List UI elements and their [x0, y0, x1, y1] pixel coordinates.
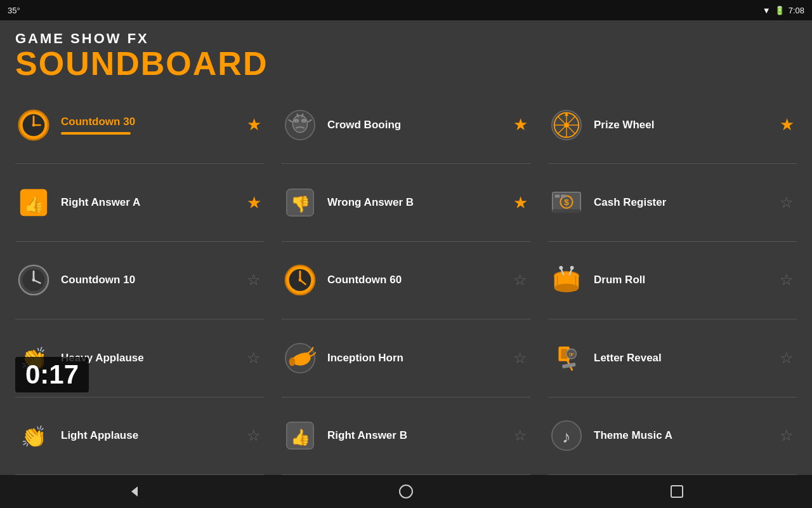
star-filled-icon: ★ — [247, 115, 261, 135]
sound-item-cash-register[interactable]: $ Cash Register ☆ — [539, 164, 806, 241]
star-button[interactable]: ☆ — [776, 192, 797, 213]
home-button[interactable] — [387, 479, 425, 504]
star-empty-icon: ☆ — [780, 349, 794, 367]
sound-info: Right Answer A — [61, 196, 235, 209]
star-empty-icon: ☆ — [780, 427, 794, 444]
star-button[interactable]: ★ — [776, 115, 797, 135]
svg-point-38 — [299, 279, 302, 282]
star-button[interactable]: ★ — [244, 115, 264, 135]
sound-item-heavy-applause[interactable]: 👏 Heavy Applause ☆ 0:17 — [6, 319, 273, 397]
time: 7:08 — [789, 6, 804, 15]
thumbs-up2-icon: 👍 — [282, 417, 318, 454]
sound-name: Countdown 10 — [61, 274, 235, 286]
sound-item-letter-reveal[interactable]: ☞ Letter Reveal ☆ — [539, 319, 806, 397]
sound-info: Light Applause — [61, 429, 235, 442]
battery-icon: 🔋 — [775, 6, 785, 15]
star-button[interactable]: ★ — [510, 115, 530, 135]
star-empty-icon: ☆ — [247, 271, 261, 289]
cash-icon: $ — [548, 184, 585, 221]
status-icons: ▼ 🔋 7:08 — [763, 6, 804, 15]
sound-name: Countdown 60 — [327, 274, 501, 286]
sound-name: Right Answer B — [327, 429, 501, 442]
sound-progress — [61, 132, 131, 135]
star-empty-icon: ☆ — [513, 349, 527, 367]
drum-icon — [548, 262, 585, 298]
sound-name: Letter Reveal — [594, 352, 768, 364]
star-filled-icon: ★ — [513, 115, 528, 135]
star-button[interactable]: ☆ — [244, 425, 264, 446]
star-button[interactable]: ☆ — [776, 348, 797, 368]
temperature: 35° — [8, 6, 20, 15]
timer-display: 0:17 — [15, 357, 89, 392]
svg-point-4 — [32, 123, 36, 126]
star-button[interactable]: ☆ — [510, 425, 530, 446]
clap2-icon: 👏 — [15, 417, 52, 454]
sound-name: Crowd Booing — [327, 119, 501, 131]
sound-item-inception-horn[interactable]: Inception Horn ☆ — [273, 319, 539, 397]
svg-point-41 — [554, 284, 579, 292]
star-button[interactable]: ☆ — [244, 348, 264, 368]
prize-wheel-icon — [548, 107, 585, 144]
svg-point-6 — [292, 115, 307, 132]
star-empty-icon: ☆ — [513, 271, 527, 289]
star-empty-icon: ☆ — [780, 194, 794, 211]
sound-name: Right Answer A — [61, 196, 235, 209]
star-button[interactable]: ☆ — [776, 425, 797, 446]
star-button[interactable]: ☆ — [510, 348, 530, 368]
sound-item-prize-wheel[interactable]: Prize Wheel ★ — [539, 86, 806, 164]
svg-point-62 — [400, 485, 412, 498]
svg-point-50 — [289, 358, 296, 366]
sound-name: Light Applause — [61, 429, 235, 442]
clock-white-icon — [15, 262, 52, 298]
star-button[interactable]: ★ — [244, 192, 264, 213]
star-filled-icon: ★ — [780, 115, 794, 135]
star-filled-icon: ★ — [247, 193, 261, 213]
app-title-bottom: SOUNDBOARD — [15, 47, 797, 80]
sound-info: Countdown 10 — [61, 274, 235, 286]
star-button[interactable]: ☆ — [776, 270, 797, 290]
back-button[interactable] — [116, 479, 154, 504]
sound-item-countdown30[interactable]: Countdown 30 ★ — [6, 86, 273, 164]
svg-rect-27 — [561, 195, 566, 198]
sound-item-right-answer-b[interactable]: 👍 Right Answer B ☆ — [273, 398, 539, 475]
sound-item-light-applause[interactable]: 👏 Light Applause ☆ — [6, 398, 273, 475]
sound-item-right-answer-a[interactable]: 👍 Right Answer A ★ — [6, 164, 273, 241]
star-filled-icon: ★ — [513, 193, 528, 213]
svg-point-46 — [559, 266, 563, 270]
sound-name: Prize Wheel — [594, 119, 768, 131]
sound-name: Theme Music A — [594, 429, 768, 442]
svg-rect-63 — [671, 486, 683, 497]
svg-text:👍: 👍 — [291, 427, 311, 447]
sound-item-theme-music-a[interactable]: ♪ Theme Music A ☆ — [539, 398, 806, 475]
status-bar: 35° ▼ 🔋 7:08 — [0, 0, 812, 20]
sound-name: Drum Roll — [594, 274, 768, 286]
divider — [15, 474, 264, 475]
sound-grid: Countdown 30 ★ — [0, 86, 812, 475]
sound-item-wrong-answer-b[interactable]: 👎 Wrong Answer B ★ — [273, 164, 539, 241]
star-button[interactable]: ☆ — [244, 270, 264, 290]
divider — [548, 474, 797, 475]
thumbs-down-icon: 👎 — [282, 184, 318, 221]
sound-name: Cash Register — [594, 196, 768, 209]
sound-name: Wrong Answer B — [327, 196, 501, 209]
sound-name: Inception Horn — [327, 352, 501, 364]
sound-info: Letter Reveal — [594, 352, 768, 364]
sound-item-countdown60[interactable]: Countdown 60 ☆ — [273, 242, 539, 319]
horn-icon — [282, 340, 318, 377]
sound-item-countdown10[interactable]: Countdown 10 ☆ — [6, 242, 273, 319]
svg-point-33 — [32, 279, 36, 282]
star-empty-icon: ☆ — [780, 271, 794, 289]
svg-text:$: $ — [564, 197, 569, 207]
svg-text:☞: ☞ — [568, 351, 574, 358]
sound-item-crowd-booing[interactable]: Crowd Booing ★ — [273, 86, 539, 164]
svg-rect-28 — [553, 210, 580, 213]
recents-button[interactable] — [658, 479, 696, 504]
svg-point-17 — [564, 123, 569, 128]
svg-text:👎: 👎 — [291, 194, 311, 214]
svg-marker-61 — [131, 486, 138, 497]
star-empty-icon: ☆ — [247, 427, 261, 444]
star-button[interactable]: ★ — [510, 192, 530, 213]
sound-item-drum-roll[interactable]: Drum Roll ☆ — [539, 242, 806, 319]
star-button[interactable]: ☆ — [510, 270, 530, 290]
wifi-icon: ▼ — [763, 6, 771, 15]
